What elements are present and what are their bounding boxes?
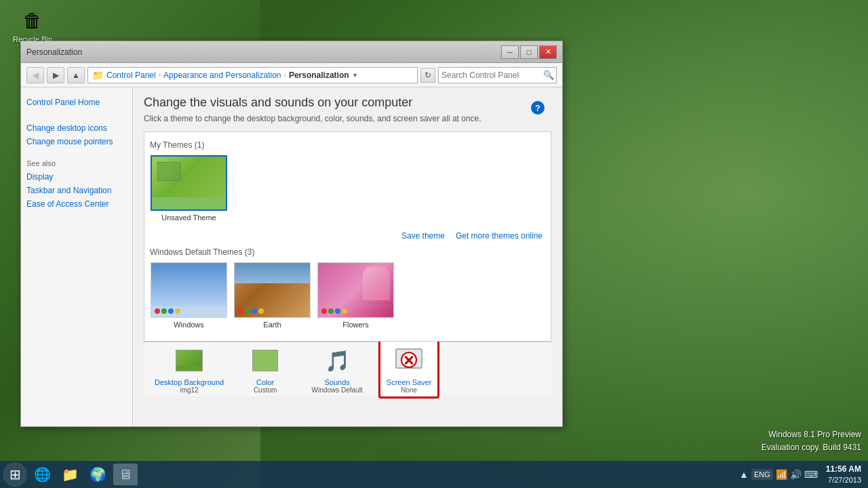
sidebar-taskbar[interactable]: Taskbar and Navigation xyxy=(26,184,127,197)
back-button[interactable]: ◀ xyxy=(26,67,44,83)
folder-icon: 📁 xyxy=(92,70,104,81)
tray-volume-icon[interactable]: 🔊 xyxy=(790,469,802,480)
sounds-sub: Windows Default xyxy=(312,386,363,394)
themes-scroll-area[interactable]: My Themes (1) Unsaved Theme xyxy=(144,131,551,342)
breadcrumb-personalization: Personalization xyxy=(289,70,349,80)
taskbar: ⊞ 🌐 📁 🌍 🖥 ▲ ENG 📶 🔊 ⌨ 11:56 AM 7/27/20 xyxy=(0,461,868,488)
color-link[interactable]: Color xyxy=(256,378,274,386)
chrome-icon: 🌍 xyxy=(90,466,106,483)
sidebar-change-mouse-pointers[interactable]: Change mouse pointers xyxy=(26,135,127,148)
start-button[interactable]: ⊞ xyxy=(3,462,27,487)
breadcrumb-dropdown[interactable]: ▾ xyxy=(352,71,358,79)
control-panel-taskbar-icon: 🖥 xyxy=(119,467,132,483)
system-clock[interactable]: 11:56 AM 7/27/2013 xyxy=(826,464,861,485)
taskbar-control-panel[interactable]: 🖥 xyxy=(113,464,138,485)
ie-icon: 🌐 xyxy=(34,466,51,483)
theme-windows-preview xyxy=(151,262,227,318)
search-box[interactable]: 🔍 xyxy=(438,67,557,83)
main-panel: Change the visuals and sounds on your co… xyxy=(133,87,562,426)
sidebar: Control Panel Home Change desktop icons … xyxy=(21,87,133,426)
sidebar-change-desktop-icons[interactable]: Change desktop icons xyxy=(26,121,127,135)
theme-flowers-name: Flowers xyxy=(342,321,369,329)
tray-icons: ▲ ENG 📶 🔊 ⌨ xyxy=(739,469,818,480)
sidebar-ease-of-access[interactable]: Ease of Access Center xyxy=(26,197,127,211)
sidebar-control-panel-home[interactable]: Control Panel Home xyxy=(26,96,127,109)
my-themes-label: My Themes (1) xyxy=(150,140,545,150)
bottom-sounds[interactable]: 🎵 Sounds Windows Default xyxy=(307,344,368,394)
theme-flowers-preview xyxy=(317,262,394,318)
color-icon xyxy=(249,344,281,377)
start-icon: ⊞ xyxy=(9,466,21,483)
recycle-bin-icon[interactable]: 🗑 Recycle Bin xyxy=(12,7,53,43)
theme-earth-name: Earth xyxy=(263,321,281,329)
theme-windows-name: Windows xyxy=(174,321,204,329)
my-themes-grid: Unsaved Theme xyxy=(150,155,545,222)
window-title: Personalization xyxy=(26,47,82,57)
search-input[interactable] xyxy=(441,70,543,80)
sidebar-display[interactable]: Display xyxy=(26,170,127,184)
refresh-button[interactable]: ↻ xyxy=(420,68,435,83)
earth-color-dots xyxy=(238,308,264,314)
theme-unsaved-name: Unsaved Theme xyxy=(161,214,216,222)
desktop: 🗑 Recycle Bin Windows 8.1 Pro Preview Ev… xyxy=(0,0,868,488)
theme-earth-preview xyxy=(234,262,311,318)
bottom-screen-saver[interactable]: Screen Saver None xyxy=(378,340,439,399)
color-sub: Custom xyxy=(254,386,277,394)
clock-time: 11:56 AM xyxy=(826,464,861,475)
maximize-button[interactable]: □ xyxy=(520,45,538,59)
up-button[interactable]: ▲ xyxy=(67,67,85,83)
breadcrumb: 📁 Control Panel › Appearance and Persona… xyxy=(87,67,418,83)
bottom-desktop-background[interactable]: Desktop Background img12 xyxy=(155,344,224,394)
search-icon[interactable]: 🔍 xyxy=(543,70,554,80)
sounds-icon: 🎵 xyxy=(321,344,353,377)
tray-up-arrow[interactable]: ▲ xyxy=(739,469,749,480)
title-bar: Personalization ─ □ ✕ xyxy=(21,41,562,63)
theme-unsaved[interactable]: Unsaved Theme xyxy=(150,155,228,222)
windows-info: Windows 8.1 Pro Preview Evaluation copy.… xyxy=(762,428,861,454)
windows-themes-grid: Windows xyxy=(150,262,545,329)
screen-saver-icon xyxy=(393,344,425,377)
personalization-window: Personalization ─ □ ✕ ◀ ▶ ▲ 📁 Control Pa… xyxy=(20,41,563,427)
windows-themes-label: Windows Default Themes (3) xyxy=(150,247,545,257)
minimize-button[interactable]: ─ xyxy=(501,45,519,59)
taskbar-explorer[interactable]: 📁 xyxy=(58,464,83,485)
address-bar: ◀ ▶ ▲ 📁 Control Panel › Appearance and P… xyxy=(21,63,562,87)
desktop-bg-icon xyxy=(173,344,205,377)
windows-color-dots xyxy=(155,308,180,314)
window-controls: ─ □ ✕ xyxy=(501,45,557,59)
windows-info-line2: Evaluation copy. Build 9431 xyxy=(762,441,861,454)
save-theme-link[interactable]: Save theme xyxy=(401,231,445,241)
recycle-bin-image: 🗑 xyxy=(19,7,46,34)
close-button[interactable]: ✕ xyxy=(539,45,557,59)
see-also-title: See also xyxy=(26,159,127,167)
theme-flowers[interactable]: Flowers xyxy=(317,262,395,329)
desktop-bg-sub: img12 xyxy=(180,386,198,394)
desktop-bg-link[interactable]: Desktop Background xyxy=(155,378,224,386)
theme-unsaved-preview xyxy=(151,155,227,211)
get-more-link[interactable]: Get more themes online xyxy=(456,231,542,241)
bottom-color[interactable]: Color Custom xyxy=(235,344,296,394)
tray-keyboard-icon: ⌨ xyxy=(804,469,818,480)
breadcrumb-appearance[interactable]: Appearance and Personalization xyxy=(163,70,281,80)
breadcrumb-control-panel[interactable]: Control Panel xyxy=(106,70,156,80)
main-title: Change the visuals and sounds on your co… xyxy=(144,96,551,110)
main-subtitle: Click a theme to change the desktop back… xyxy=(144,114,551,123)
screen-saver-link[interactable]: Screen Saver xyxy=(387,378,432,386)
screen-saver-sub: None xyxy=(401,386,417,394)
sounds-link[interactable]: Sounds xyxy=(324,378,349,386)
theme-windows[interactable]: Windows xyxy=(150,262,228,329)
theme-earth[interactable]: Earth xyxy=(233,262,311,329)
language-indicator: ENG xyxy=(751,469,773,480)
system-tray: ▲ ENG 📶 🔊 ⌨ 11:56 AM 7/27/2013 xyxy=(735,464,865,485)
forward-button[interactable]: ▶ xyxy=(47,67,64,83)
taskbar-ie[interactable]: 🌐 xyxy=(30,464,55,485)
windows-info-line1: Windows 8.1 Pro Preview xyxy=(762,428,861,441)
bottom-bar: Desktop Background img12 Color Custom xyxy=(144,342,551,396)
taskbar-chrome[interactable]: 🌍 xyxy=(85,464,111,485)
content-area: Control Panel Home Change desktop icons … xyxy=(21,87,562,426)
clock-date: 7/27/2013 xyxy=(826,475,861,485)
tray-network-icon[interactable]: 📶 xyxy=(776,469,787,480)
explorer-icon: 📁 xyxy=(62,466,79,483)
flowers-color-dots xyxy=(321,308,347,314)
help-button[interactable]: ? xyxy=(531,101,545,115)
